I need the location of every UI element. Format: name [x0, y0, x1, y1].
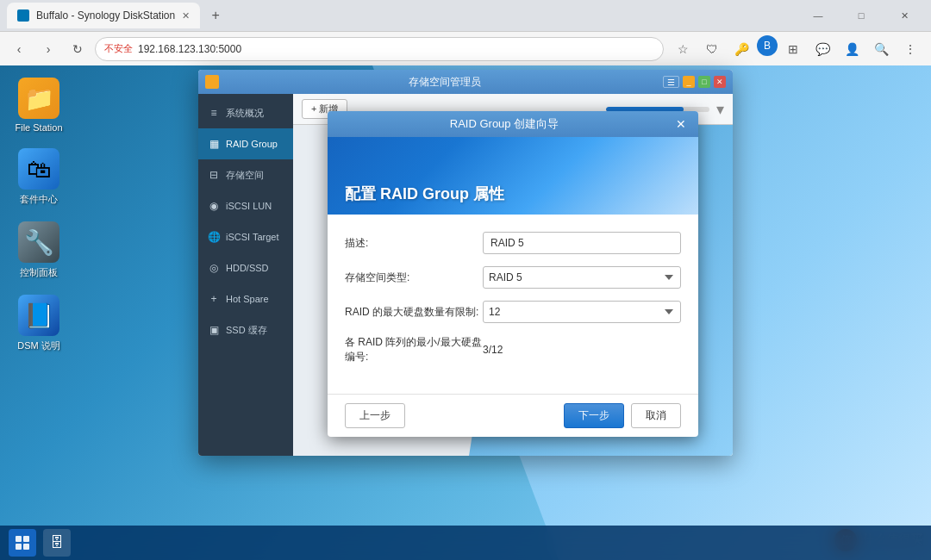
taskbar: 🗄 [0, 526, 931, 560]
dialog-footer: 上一步 下一步 取消 [328, 394, 698, 437]
sidebar-item-label-overview: 系统概况 [226, 107, 264, 120]
dialog-title: RAID Group 创建向导 [336, 116, 672, 132]
browser-chrome: Buffalo - Synology DiskStation ✕ + — □ ✕… [0, 0, 931, 65]
sidebar-item-iscsi-lun[interactable]: ◉ iSCSI LUN [198, 190, 293, 221]
iscsi-lun-icon: ◉ [207, 199, 221, 213]
sidebar-item-hdd-ssd[interactable]: ◎ HDD/SSD [198, 252, 293, 283]
sidebar-item-raid-group[interactable]: ▦ RAID Group [198, 128, 293, 159]
desktop-icon-file-station[interactable]: 📁 File Station [9, 74, 69, 136]
dsm-help-icon-img: 📘 [18, 295, 59, 336]
sidebar-item-label-storage-space: 存储空间 [226, 169, 264, 182]
browser-toolbar-icons: ☆ 🛡 🔑 B ⊞ 💬 👤 🔍 ⋮ [669, 35, 924, 63]
app-close-button[interactable]: ✕ [714, 76, 726, 88]
window-maximize-button[interactable]: □ [841, 0, 881, 31]
min-max-label: 各 RAID 阵列的最小/最大硬盘编号: [345, 335, 483, 364]
security-warning: 不安全 [104, 42, 133, 55]
tab-label: Buffalo - Synology DiskStation [36, 9, 175, 22]
next-button[interactable]: 下一步 [564, 403, 624, 428]
app-titlebar: 存储空间管理员 ☰ _ □ ✕ [198, 70, 733, 94]
desktop: 📁 File Station 🛍 套件中心 🔧 控制面板 📘 DSM 说明 [0, 65, 931, 560]
max-disks-label: RAID 的最大硬盘数量有限制: [345, 305, 483, 320]
url-text: 192.168.123.130:5000 [138, 43, 241, 55]
sidebar-item-storage-space[interactable]: ⊟ 存储空间 [198, 159, 293, 190]
tab-bar: Buffalo - Synology DiskStation ✕ + — □ ✕ [0, 0, 931, 31]
sidebar-item-label-hdd-ssd: HDD/SSD [226, 263, 269, 273]
app-title: 存储空间管理员 [226, 75, 663, 90]
sidebar-item-label-raid-group: RAID Group [226, 139, 278, 149]
app-window-controls: ☰ _ □ ✕ [663, 76, 726, 88]
form-row-desc: 描述: [345, 232, 681, 254]
search-icon[interactable]: 🔍 [867, 35, 895, 63]
sidebar-item-label-hot-spare: Hot Spare [226, 294, 269, 304]
taskbar-logo[interactable] [9, 529, 36, 557]
raid-group-icon: ▦ [207, 137, 221, 151]
desktop-icon-app-center[interactable]: 🛍 套件中心 [9, 145, 69, 209]
desc-input[interactable] [483, 232, 681, 254]
cancel-button[interactable]: 取消 [631, 403, 681, 428]
window-minimize-button[interactable]: — [798, 0, 838, 31]
hdd-ssd-icon: ◎ [207, 261, 221, 275]
sidebar-item-iscsi-target[interactable]: 🌐 iSCSI Target [198, 221, 293, 252]
profile-icon[interactable]: B [757, 35, 778, 56]
app-body: ≡ 系统概况 ▦ RAID Group ⊟ 存储空间 ◉ iSCSI LUN 🌐 [198, 94, 733, 456]
desktop-icon-dsm-help[interactable]: 📘 DSM 说明 [9, 291, 69, 356]
taskbar-app-storage[interactable]: 🗄 [43, 529, 71, 557]
form-row-max-disks: RAID 的最大硬盘数量有限制: 12 8 16 24 [345, 301, 681, 323]
new-tab-button[interactable]: + [203, 3, 228, 28]
url-box[interactable]: 不安全 192.168.123.130:5000 [95, 37, 664, 61]
dialog-titlebar: RAID Group 创建向导 ✕ [328, 111, 698, 137]
hot-spare-icon: + [207, 292, 221, 306]
iscsi-target-icon: 🌐 [207, 230, 221, 244]
sidebar: ≡ 系统概况 ▦ RAID Group ⊟ 存储空间 ◉ iSCSI LUN 🌐 [198, 94, 293, 456]
sidebar-item-ssd-cache[interactable]: ▣ SSD 缓存 [198, 314, 293, 345]
people-icon[interactable]: 👤 [838, 35, 865, 63]
app-title-icon [205, 75, 219, 89]
refresh-button[interactable]: ↻ [66, 37, 90, 61]
svg-rect-0 [16, 536, 22, 542]
main-content: + 新增 ▾ RAID Group 创建向导 ✕ [293, 94, 733, 456]
sidebar-item-label-iscsi-target: iSCSI Target [226, 232, 279, 242]
dialog-body: 描述: 存储空间类型: RAID 5 RAID 6 RAID 1 RAID 0 … [328, 215, 698, 385]
max-disks-select[interactable]: 12 8 16 24 [483, 301, 681, 323]
overview-icon: ≡ [207, 106, 221, 120]
password-icon[interactable]: 🔑 [728, 35, 755, 63]
min-max-value: 3/12 [483, 344, 681, 356]
dialog-header-title: 配置 RAID Group 属性 [345, 185, 504, 202]
forward-button[interactable]: › [36, 37, 60, 61]
browser-tab[interactable]: Buffalo - Synology DiskStation ✕ [7, 3, 200, 28]
extensions-icon[interactable]: ⊞ [779, 35, 807, 63]
storage-space-icon: ⊟ [207, 168, 221, 182]
app-minimize-button[interactable]: _ [683, 76, 695, 88]
control-panel-icon-img: 🔧 [18, 221, 59, 263]
svg-rect-2 [16, 544, 22, 550]
dsm-help-label: DSM 说明 [17, 339, 60, 352]
form-row-min-max: 各 RAID 阵列的最小/最大硬盘编号: 3/12 [345, 335, 681, 364]
app-center-label: 套件中心 [20, 193, 58, 206]
prev-button[interactable]: 上一步 [345, 403, 405, 428]
expand-button[interactable]: ▾ [716, 100, 724, 119]
chat-icon[interactable]: 💬 [809, 35, 836, 63]
window-controls: — □ ✕ [798, 0, 924, 31]
app-menu-icon[interactable]: ☰ [663, 76, 679, 88]
address-bar: ‹ › ↻ 不安全 192.168.123.130:5000 ☆ 🛡 🔑 B ⊞… [0, 31, 931, 65]
sidebar-item-hot-spare[interactable]: + Hot Spare [198, 283, 293, 314]
bookmark-icon[interactable]: ☆ [669, 35, 697, 63]
dialog-footer-right: 下一步 取消 [564, 403, 681, 428]
window-close-button[interactable]: ✕ [884, 0, 924, 31]
sidebar-item-overview[interactable]: ≡ 系统概况 [198, 97, 293, 128]
storage-type-label: 存储空间类型: [345, 271, 483, 285]
app-center-icon-img: 🛍 [18, 148, 59, 190]
tab-close-button[interactable]: ✕ [182, 10, 190, 22]
tab-favicon [17, 9, 29, 22]
dialog-close-button[interactable]: ✕ [672, 115, 690, 133]
back-button[interactable]: ‹ [7, 37, 31, 61]
app-maximize-button[interactable]: □ [698, 76, 710, 88]
dialog-raid-group-wizard: RAID Group 创建向导 ✕ 配置 RAID Group 属性 描述: [328, 111, 698, 437]
desktop-icon-control-panel[interactable]: 🔧 控制面板 [9, 218, 69, 283]
desc-label: 描述: [345, 236, 483, 251]
sidebar-item-label-ssd-cache: SSD 缓存 [226, 324, 267, 337]
storage-type-select[interactable]: RAID 5 RAID 6 RAID 1 RAID 0 SHR [483, 266, 681, 289]
menu-icon[interactable]: ⋮ [897, 35, 924, 63]
shield-icon[interactable]: 🛡 [698, 35, 726, 63]
desktop-icons: 📁 File Station 🛍 套件中心 🔧 控制面板 📘 DSM 说明 [9, 74, 69, 356]
